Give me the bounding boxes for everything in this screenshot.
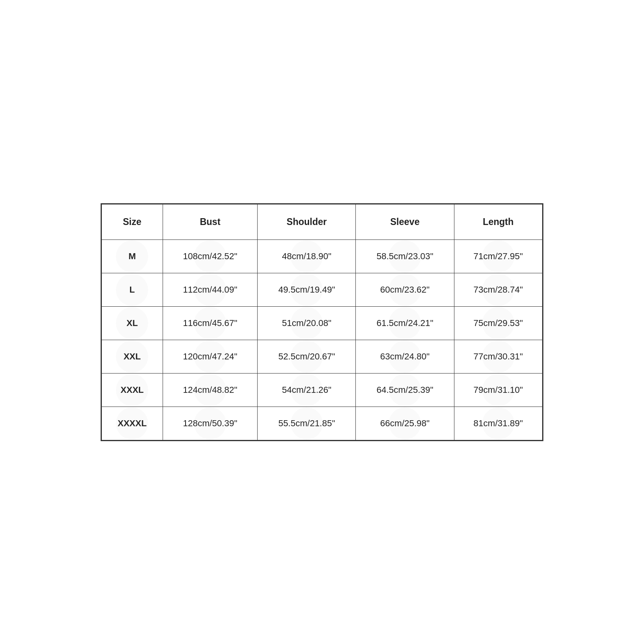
cell-bust: 108cm/42.52" [163,239,258,273]
cell-length: 77cm/30.31" [454,340,543,373]
cell-sleeve: 64.5cm/25.39" [356,373,454,407]
cell-size: XL [102,306,163,340]
cell-length: 73cm/28.74" [454,273,543,306]
cell-length: 79cm/31.10" [454,373,543,407]
cell-sleeve: 63cm/24.80" [356,340,454,373]
table-row: XXXXL128cm/50.39"55.5cm/21.85"66cm/25.98… [102,407,543,440]
cell-size: XXXL [102,373,163,407]
cell-shoulder: 49.5cm/19.49" [258,273,356,306]
table-row: XL116cm/45.67"51cm/20.08"61.5cm/24.21"75… [102,306,543,340]
cell-sleeve: 58.5cm/23.03" [356,239,454,273]
header-length: Length [454,204,543,239]
header-sleeve: Sleeve [356,204,454,239]
cell-length: 71cm/27.95" [454,239,543,273]
header-bust: Bust [163,204,258,239]
cell-length: 81cm/31.89" [454,407,543,440]
cell-shoulder: 51cm/20.08" [258,306,356,340]
cell-bust: 124cm/48.82" [163,373,258,407]
table-row: XXL120cm/47.24"52.5cm/20.67"63cm/24.80"7… [102,340,543,373]
table-row: L112cm/44.09"49.5cm/19.49"60cm/23.62"73c… [102,273,543,306]
cell-shoulder: 55.5cm/21.85" [258,407,356,440]
cell-sleeve: 60cm/23.62" [356,273,454,306]
table-row: M108cm/42.52"48cm/18.90"58.5cm/23.03"71c… [102,239,543,273]
cell-bust: 128cm/50.39" [163,407,258,440]
header-size: Size [102,204,163,239]
cell-size: M [102,239,163,273]
cell-shoulder: 52.5cm/20.67" [258,340,356,373]
cell-sleeve: 66cm/25.98" [356,407,454,440]
size-chart-table: Size Bust Shoulder Sleeve Length M108cm/… [101,204,543,440]
header-shoulder: Shoulder [258,204,356,239]
cell-sleeve: 61.5cm/24.21" [356,306,454,340]
cell-shoulder: 54cm/21.26" [258,373,356,407]
cell-bust: 120cm/47.24" [163,340,258,373]
cell-length: 75cm/29.53" [454,306,543,340]
size-chart-container: Size Bust Shoulder Sleeve Length M108cm/… [101,203,543,441]
cell-size: XXL [102,340,163,373]
cell-size: XXXXL [102,407,163,440]
cell-size: L [102,273,163,306]
cell-bust: 112cm/44.09" [163,273,258,306]
cell-bust: 116cm/45.67" [163,306,258,340]
table-row: XXXL124cm/48.82"54cm/21.26"64.5cm/25.39"… [102,373,543,407]
header-row: Size Bust Shoulder Sleeve Length [102,204,543,239]
cell-shoulder: 48cm/18.90" [258,239,356,273]
